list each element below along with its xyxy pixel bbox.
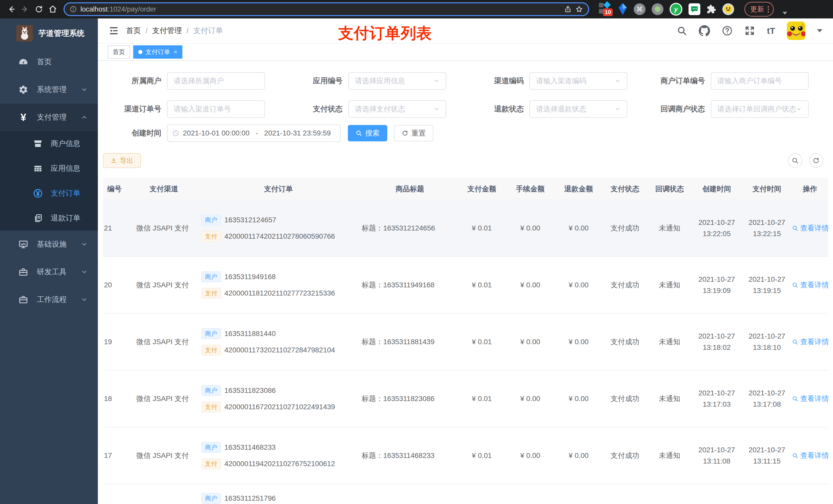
app-no-select[interactable]: 请选择应用信息 xyxy=(348,72,446,90)
chevron-down-icon xyxy=(81,241,88,248)
field-create-time: 创建时间 2021-10-01 00:00:00 - 2021-10-31 23… xyxy=(103,124,828,142)
refund-status-select[interactable]: 请选择退款状态 xyxy=(529,100,627,118)
chevron-down-icon xyxy=(615,78,621,84)
channel-order-no-input[interactable] xyxy=(167,100,265,118)
pay-channel-cell: 微信 JSAPI 支付 xyxy=(125,427,192,484)
profile-emoji-icon[interactable] xyxy=(722,3,734,15)
tab-pay-order[interactable]: 支付订单 × xyxy=(133,45,182,58)
pay-time-cell xyxy=(742,484,792,504)
extension-badge: 10 xyxy=(603,8,613,16)
extension-command-icon[interactable]: ⌘ xyxy=(634,3,645,15)
table-row: 18微信 JSAPI 支付商户1635311823086支付4200001167… xyxy=(103,370,828,427)
export-button[interactable]: 导出 xyxy=(103,153,141,168)
share-icon[interactable] xyxy=(564,5,572,13)
app-logo xyxy=(16,25,33,42)
pay-order-cell: 商户1635311251796 xyxy=(192,484,356,504)
field-channel-code: 渠道编码 请输入渠道编码 xyxy=(466,72,647,90)
sidebar-item-app-info[interactable]: 应用信息 xyxy=(0,156,98,181)
pay-time-cell: 2021-10-2713:18:10 xyxy=(742,313,792,370)
extension-blocks-icon[interactable]: 10 xyxy=(599,2,612,17)
browser-update-button[interactable]: 更新 xyxy=(744,2,774,17)
extension-chat-icon[interactable] xyxy=(689,3,700,15)
pay-status-select[interactable]: 请选择支付状态 xyxy=(348,100,446,118)
pay-status-cell: 支付成功 xyxy=(602,427,647,484)
back-icon[interactable] xyxy=(6,4,17,15)
extension-dot-icon[interactable] xyxy=(652,3,663,15)
view-detail-link[interactable]: 查看详情 xyxy=(792,280,829,290)
pay-tag: 支付 xyxy=(201,288,221,298)
pay-status-cell: 支付成功 xyxy=(602,313,647,370)
merchant-order-no: 商户1635312124657 xyxy=(201,215,356,225)
address-bar[interactable]: localhost:1024/pay/order xyxy=(64,2,589,16)
notify-status-select[interactable]: 请选择订单回调商户状态 xyxy=(711,100,809,118)
breadcrumb: 首页 / 支付管理 / 支付订单 xyxy=(126,26,223,36)
merchant-tag: 商户 xyxy=(201,328,221,339)
refund-amount-cell: ¥ 0.00 xyxy=(555,200,602,257)
table-row: 21微信 JSAPI 支付商户1635312124657支付4200001174… xyxy=(103,200,828,257)
toggle-search-icon[interactable] xyxy=(788,153,802,168)
extensions-puzzle-icon[interactable] xyxy=(707,4,716,14)
sidebar-item-system[interactable]: 系统管理 xyxy=(0,76,98,103)
sidebar-item-pay[interactable]: ¥ 支付管理 xyxy=(0,103,98,131)
action-cell: 查看详情 xyxy=(792,257,828,313)
caret-down-icon[interactable] xyxy=(783,12,787,15)
view-detail-link[interactable]: 查看详情 xyxy=(792,223,829,233)
order-id-cell: 19 xyxy=(103,313,125,370)
pay-channel-cell: 微信 JSAPI 支付 xyxy=(125,200,192,257)
search-icon[interactable] xyxy=(677,26,687,36)
sidebar-item-workflow[interactable]: 工作流程 xyxy=(0,286,98,313)
sidebar: 芋道管理系统 首页 系统管理 ¥ 支付管理 商户信息 xyxy=(0,19,98,504)
bookmark-star-icon[interactable] xyxy=(575,5,583,13)
breadcrumb-home[interactable]: 首页 xyxy=(126,26,141,36)
sidebar-item-home[interactable]: 首页 xyxy=(0,48,98,76)
date-range-input[interactable]: 2021-10-01 00:00:00 - 2021-10-31 23:59:5… xyxy=(167,124,341,142)
sidebar-item-infra[interactable]: 基础设施 xyxy=(0,231,98,258)
pay-status-cell: 支付成功 xyxy=(602,370,647,427)
search-button[interactable]: 搜索 xyxy=(348,125,387,141)
channel-pay-no: 支付4200001167202110271022491439 xyxy=(201,402,356,412)
tab-home[interactable]: 首页 xyxy=(108,45,130,58)
font-size-icon[interactable]: tT xyxy=(767,26,775,36)
extension-yudao-icon[interactable]: y xyxy=(670,3,682,16)
refresh-icon[interactable] xyxy=(809,153,823,168)
order-id-cell: 18 xyxy=(103,370,125,427)
channel-pay-no: 支付4200001173202110272847982104 xyxy=(201,345,356,356)
dashboard-icon xyxy=(18,57,29,67)
site-info-icon[interactable] xyxy=(70,6,77,13)
browser-menu-icon[interactable] xyxy=(768,6,769,13)
active-dot-icon xyxy=(138,50,142,54)
fullscreen-icon[interactable] xyxy=(744,25,755,36)
sidebar-item-refund-order[interactable]: 退款订单 xyxy=(0,206,98,231)
view-detail-link[interactable]: 查看详情 xyxy=(792,451,829,460)
product-title-cell: 标题：1635311949168 xyxy=(356,257,458,313)
channel-code-select[interactable]: 请输入渠道编码 xyxy=(529,72,627,90)
table-header-row: 编号 支付渠道 支付订单 商品标题 支付金额 手续金额 退款金额 支付状态 回调… xyxy=(103,178,828,200)
github-icon[interactable] xyxy=(699,25,710,37)
forward-icon[interactable] xyxy=(20,4,31,15)
sidebar-fold-icon[interactable] xyxy=(109,26,119,36)
reset-button[interactable]: 重置 xyxy=(394,125,433,141)
view-detail-link[interactable]: 查看详情 xyxy=(792,337,829,347)
merchant-order-no-input[interactable] xyxy=(711,72,809,90)
caret-down-icon[interactable] xyxy=(817,29,822,32)
pay-order-cell: 商户1635311949168支付42000011812021102777232… xyxy=(192,257,356,313)
close-icon[interactable]: × xyxy=(174,48,177,55)
help-icon[interactable] xyxy=(722,25,733,36)
user-avatar[interactable] xyxy=(787,22,805,40)
notify-status-cell xyxy=(647,484,692,504)
home-icon[interactable] xyxy=(47,4,58,15)
pay-order-cell: 商户1635311881440支付42000011732021102728479… xyxy=(192,313,356,370)
extension-kite-icon[interactable] xyxy=(618,3,627,16)
url-text: localhost:1024/pay/order xyxy=(80,5,561,13)
fee-amount-cell: ¥ 0.00 xyxy=(506,313,555,370)
browser-toolbar: localhost:1024/pay/order 10 ⌘ y 更新 xyxy=(0,0,833,19)
view-detail-link[interactable]: 查看详情 xyxy=(792,394,829,404)
pay-time-cell: 2021-10-2713:19:15 xyxy=(742,257,792,313)
reload-icon[interactable] xyxy=(33,4,45,15)
pay-amount-cell: ¥ 0.01 xyxy=(458,257,506,313)
sidebar-item-dev-tools[interactable]: 研发工具 xyxy=(0,258,98,286)
sidebar-item-pay-order[interactable]: 支付订单 xyxy=(0,181,98,206)
create-time-cell: 2021-10-2713:22:05 xyxy=(692,200,742,257)
sidebar-item-merchant-info[interactable]: 商户信息 xyxy=(0,131,98,156)
merchant-input[interactable] xyxy=(167,72,265,90)
